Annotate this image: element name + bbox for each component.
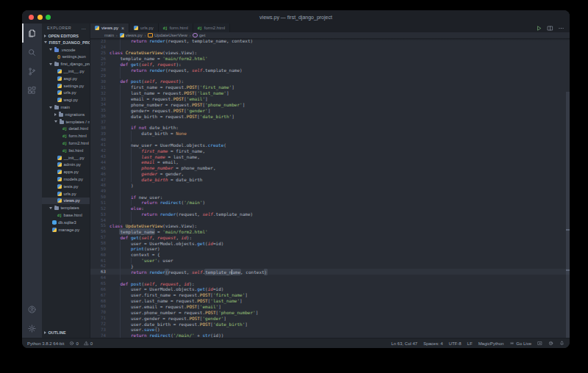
code-line[interactable]: 65 def post(self, request, id): xyxy=(90,280,570,286)
tree-item-form2-html[interactable]: djform2.html xyxy=(42,140,90,147)
line-number[interactable]: 68 xyxy=(90,299,106,303)
code-line[interactable]: 56 template_name = 'main/form2.html' xyxy=(90,228,570,234)
outline-section[interactable]: OUTLINE xyxy=(42,329,90,336)
status-editor-layout[interactable] xyxy=(537,341,542,346)
code-line[interactable]: 38 if not date_birth: xyxy=(90,125,570,131)
line-number[interactable]: 42 xyxy=(90,148,106,153)
line-number[interactable]: 25 xyxy=(90,51,106,55)
breadcrumb-item-main[interactable]: main xyxy=(104,33,114,37)
line-number[interactable]: 57 xyxy=(90,235,106,239)
line-number[interactable]: 70 xyxy=(90,310,106,314)
tree-item-init-py[interactable]: __init__.py xyxy=(42,68,90,75)
code-line[interactable]: 68 user.last_name = request.POST['last_n… xyxy=(90,298,570,304)
settings-icon[interactable] xyxy=(22,319,42,338)
line-number[interactable]: 26 xyxy=(90,57,106,61)
tree-item-main[interactable]: main xyxy=(42,104,90,111)
code-line[interactable]: 61 'user': user xyxy=(90,258,570,264)
line-number[interactable]: 65 xyxy=(90,281,106,286)
tab-form2-html[interactable]: djform2.html xyxy=(193,23,230,32)
line-number[interactable]: 45 xyxy=(90,166,106,170)
tree-item-first-django-proj[interactable]: first_django_proj... xyxy=(42,60,90,68)
code-line[interactable]: 44 email = email, xyxy=(90,159,570,165)
line-number[interactable]: 43 xyxy=(90,154,106,159)
tree-item-vscode[interactable]: .vscode xyxy=(42,46,90,54)
tree-item-templates[interactable]: templates xyxy=(42,204,90,211)
code-line[interactable]: 28 return render(request, self.template_… xyxy=(90,67,570,73)
line-number[interactable]: 23 xyxy=(90,39,106,43)
tree-item-apps-py[interactable]: apps.py xyxy=(42,168,90,175)
line-number[interactable]: 63 xyxy=(90,269,106,274)
code-line[interactable]: 55class UpdateUserView(views.View): xyxy=(90,223,570,229)
code-line[interactable]: 74 return redirect('/main/' + str(id)) xyxy=(90,333,570,338)
line-number[interactable]: 48 xyxy=(90,183,106,187)
tree-item-init-py[interactable]: __init__.py xyxy=(42,154,90,162)
status-feedback[interactable] xyxy=(548,341,553,346)
line-number[interactable]: 24 xyxy=(90,45,106,49)
line-number[interactable]: 64 xyxy=(90,275,106,280)
code-line[interactable]: 32 last_name = request.POST['last_name'] xyxy=(90,90,570,96)
code-line[interactable]: 71 user.gender = request.POST['gender'] xyxy=(90,315,570,321)
breadcrumb-item-updateuserview[interactable]: UpdateUserView xyxy=(148,33,187,38)
line-number[interactable]: 36 xyxy=(90,114,106,118)
line-number[interactable]: 51 xyxy=(90,200,106,205)
code-line[interactable]: 41 new_user = UserModel.objects.create( xyxy=(90,142,570,148)
tab-urls-py[interactable]: urls.py xyxy=(129,23,159,32)
line-number[interactable]: 69 xyxy=(90,304,106,308)
line-number[interactable]: 54 xyxy=(90,218,106,222)
line-number[interactable]: 35 xyxy=(90,108,106,112)
tree-item-list-html[interactable]: djlist.html xyxy=(42,147,90,154)
status-spaces-4[interactable]: Spaces: 4 xyxy=(423,341,443,346)
status-ln-63-col-47[interactable]: Ln 63, Col 47 xyxy=(391,341,417,346)
code-line[interactable]: 36 date_birth = request.POST['date_birth… xyxy=(90,113,570,119)
line-number[interactable]: 29 xyxy=(90,73,106,78)
line-number[interactable]: 27 xyxy=(90,62,106,66)
code-line[interactable]: 25class CreateUserView(views.View): xyxy=(90,50,570,56)
code-line[interactable]: 29 xyxy=(90,73,570,79)
code-line[interactable]: 23 return render(request, template_name,… xyxy=(90,38,570,44)
line-number[interactable]: 49 xyxy=(90,189,106,193)
line-number[interactable]: 52 xyxy=(90,206,106,211)
code-line[interactable]: 45 phone_number = phone_number, xyxy=(90,165,570,171)
code-line[interactable]: 43 last_name = last_name, xyxy=(90,153,570,159)
tree-item-admin-py[interactable]: admin.py xyxy=(42,162,90,169)
tree-item-tests-py[interactable]: tests.py xyxy=(42,183,90,190)
line-number[interactable]: 44 xyxy=(90,160,106,164)
tree-item-detail-html[interactable]: djdetail.html xyxy=(42,126,90,133)
code-line[interactable]: 67 user.first_name = request.POST['first… xyxy=(90,292,570,298)
line-number[interactable]: 66 xyxy=(90,287,106,291)
tab-form-html[interactable]: djform.html xyxy=(159,23,193,32)
status-python-3-8-2-64-bit[interactable]: Python 3.8.2 64-bit xyxy=(27,341,64,346)
open-editors-section[interactable]: OPEN EDITORS xyxy=(42,32,90,39)
tree-item-settings-py[interactable]: settings.py xyxy=(42,82,90,90)
tree-item-first-django-project[interactable]: FIRST_DJANGO_PROJECT xyxy=(42,39,90,46)
code-line[interactable]: 66 user = UserModel.objects.get(id=id) xyxy=(90,286,570,292)
code-line[interactable]: 64 xyxy=(90,275,570,280)
code-line[interactable]: 51 return redirect('/main') xyxy=(90,200,570,206)
more-actions-icon[interactable]: ⋯ xyxy=(82,26,87,31)
code-line[interactable]: 57 def get(self, request, id): xyxy=(90,234,570,240)
line-number[interactable]: 46 xyxy=(90,172,106,176)
status-0[interactable]: 0 xyxy=(69,341,78,346)
tree-item-asgi-py[interactable]: asgi.py xyxy=(42,75,90,82)
status-go-live[interactable]: Go Live xyxy=(509,341,531,346)
status-bell[interactable] xyxy=(559,341,564,346)
search-icon[interactable] xyxy=(22,43,42,62)
line-number[interactable]: 37 xyxy=(90,120,106,124)
code-line[interactable]: 60 context = { xyxy=(90,252,570,258)
line-number[interactable]: 39 xyxy=(90,131,106,136)
code-line[interactable]: 24 xyxy=(90,44,570,50)
close-window-button[interactable] xyxy=(29,15,34,20)
line-number[interactable]: 58 xyxy=(90,241,106,245)
tree-item-manage-py[interactable]: manage.py xyxy=(42,226,90,233)
code-line[interactable]: 72 user.date_birth = request.POST['date_… xyxy=(90,321,570,327)
code-line[interactable]: 26 template_name = 'main/form2.html' xyxy=(90,56,570,62)
code-line[interactable]: 31 first_name = request.POST['first_name… xyxy=(90,84,570,90)
line-number[interactable]: 33 xyxy=(90,97,106,101)
line-number[interactable]: 60 xyxy=(90,253,106,257)
code-line[interactable]: 52 else: xyxy=(90,206,570,211)
line-number[interactable]: 47 xyxy=(90,178,106,182)
line-number[interactable]: 31 xyxy=(90,85,106,90)
close-icon[interactable]: × xyxy=(121,26,124,31)
line-number[interactable]: 61 xyxy=(90,258,106,263)
code-line[interactable]: 33 email = request.POST['email'] xyxy=(90,96,570,102)
